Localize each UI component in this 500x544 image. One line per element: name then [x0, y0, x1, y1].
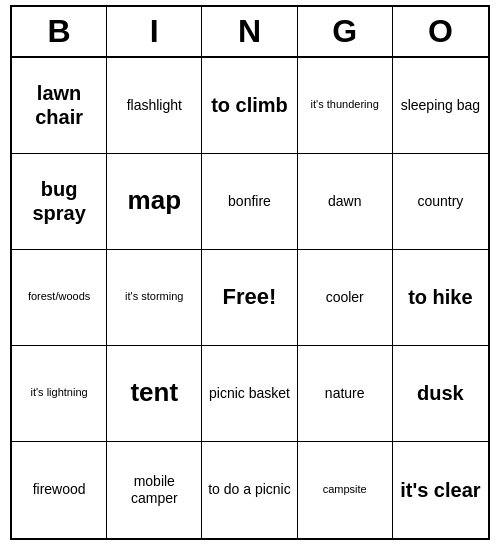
bingo-cell: cooler — [298, 250, 393, 346]
bingo-cell: Free! — [202, 250, 297, 346]
bingo-cell: dusk — [393, 346, 488, 442]
header-letter: B — [12, 7, 107, 56]
bingo-cell: country — [393, 154, 488, 250]
bingo-cell: sleeping bag — [393, 58, 488, 154]
bingo-cell: picnic basket — [202, 346, 297, 442]
bingo-cell: forest/woods — [12, 250, 107, 346]
bingo-cell: nature — [298, 346, 393, 442]
bingo-cell: it's storming — [107, 250, 202, 346]
bingo-cell: flashlight — [107, 58, 202, 154]
header-letter: I — [107, 7, 202, 56]
bingo-cell: dawn — [298, 154, 393, 250]
bingo-cell: it's thundering — [298, 58, 393, 154]
bingo-cell: to climb — [202, 58, 297, 154]
bingo-cell: it's lightning — [12, 346, 107, 442]
bingo-cell: tent — [107, 346, 202, 442]
bingo-cell: map — [107, 154, 202, 250]
bingo-cell: campsite — [298, 442, 393, 538]
bingo-cell: to hike — [393, 250, 488, 346]
header-letter: N — [202, 7, 297, 56]
header-letter: G — [298, 7, 393, 56]
bingo-cell: to do a picnic — [202, 442, 297, 538]
bingo-card: BINGO lawn chairflashlightto climbit's t… — [10, 5, 490, 540]
header-letter: O — [393, 7, 488, 56]
bingo-grid: lawn chairflashlightto climbit's thunder… — [12, 58, 488, 538]
bingo-cell: firewood — [12, 442, 107, 538]
bingo-cell: lawn chair — [12, 58, 107, 154]
bingo-cell: bug spray — [12, 154, 107, 250]
bingo-header: BINGO — [12, 7, 488, 58]
bingo-cell: it's clear — [393, 442, 488, 538]
bingo-cell: mobile camper — [107, 442, 202, 538]
bingo-cell: bonfire — [202, 154, 297, 250]
